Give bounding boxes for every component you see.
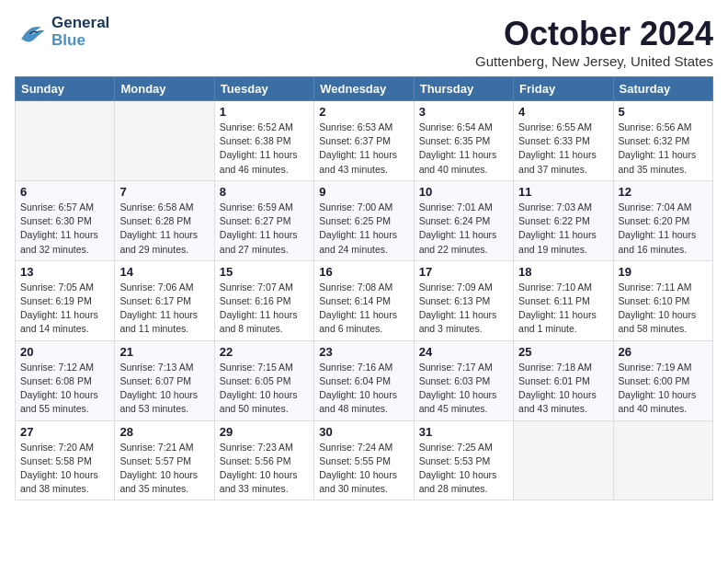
day-number: 11 <box>518 185 608 199</box>
day-number: 22 <box>220 345 309 359</box>
day-info: Sunrise: 7:05 AMSunset: 6:19 PMDaylight:… <box>20 281 109 337</box>
day-info: Sunrise: 7:25 AMSunset: 5:53 PMDaylight:… <box>419 441 508 497</box>
calendar-cell: 5Sunrise: 6:56 AMSunset: 6:32 PMDaylight… <box>613 101 712 181</box>
header: General Blue October 2024 Guttenberg, Ne… <box>15 15 713 69</box>
calendar-cell: 25Sunrise: 7:18 AMSunset: 6:01 PMDayligh… <box>514 340 613 420</box>
header-sunday: Sunday <box>16 77 115 101</box>
calendar-cell <box>115 101 214 181</box>
day-number: 19 <box>619 265 708 279</box>
location: Guttenberg, New Jersey, United States <box>475 53 713 69</box>
day-info: Sunrise: 7:10 AMSunset: 6:11 PMDaylight:… <box>518 281 608 337</box>
day-info: Sunrise: 7:24 AMSunset: 5:55 PMDaylight:… <box>319 441 408 497</box>
day-number: 3 <box>419 105 508 119</box>
day-info: Sunrise: 7:18 AMSunset: 6:01 PMDaylight:… <box>518 361 608 417</box>
calendar-cell: 23Sunrise: 7:16 AMSunset: 6:04 PMDayligh… <box>314 340 414 420</box>
logo-general: General <box>51 15 109 32</box>
calendar-cell: 1Sunrise: 6:52 AMSunset: 6:38 PMDaylight… <box>214 101 313 181</box>
logo-blue: Blue <box>51 32 109 50</box>
day-number: 7 <box>119 185 209 199</box>
calendar-cell: 19Sunrise: 7:11 AMSunset: 6:10 PMDayligh… <box>613 260 712 340</box>
month-title: October 2024 <box>475 15 713 53</box>
calendar-cell: 21Sunrise: 7:13 AMSunset: 6:07 PMDayligh… <box>115 340 214 420</box>
day-number: 5 <box>619 105 708 119</box>
calendar-cell: 18Sunrise: 7:10 AMSunset: 6:11 PMDayligh… <box>514 260 613 340</box>
day-number: 16 <box>319 265 408 279</box>
calendar-cell: 14Sunrise: 7:06 AMSunset: 6:17 PMDayligh… <box>115 260 214 340</box>
day-info: Sunrise: 6:59 AMSunset: 6:27 PMDaylight:… <box>220 201 309 257</box>
calendar-cell: 29Sunrise: 7:23 AMSunset: 5:56 PMDayligh… <box>214 420 313 500</box>
day-number: 12 <box>619 185 708 199</box>
calendar-cell: 24Sunrise: 7:17 AMSunset: 6:03 PMDayligh… <box>414 340 513 420</box>
calendar-week-2: 6Sunrise: 6:57 AMSunset: 6:30 PMDaylight… <box>16 180 713 260</box>
day-info: Sunrise: 6:56 AMSunset: 6:32 PMDaylight:… <box>619 121 708 177</box>
header-tuesday: Tuesday <box>214 77 313 101</box>
calendar-cell: 7Sunrise: 6:58 AMSunset: 6:28 PMDaylight… <box>115 180 214 260</box>
day-number: 20 <box>20 345 109 359</box>
day-info: Sunrise: 7:20 AMSunset: 5:58 PMDaylight:… <box>20 441 109 497</box>
day-number: 10 <box>419 185 508 199</box>
day-info: Sunrise: 7:06 AMSunset: 6:17 PMDaylight:… <box>119 281 209 337</box>
day-info: Sunrise: 7:04 AMSunset: 6:20 PMDaylight:… <box>619 201 708 257</box>
day-number: 21 <box>119 345 209 359</box>
header-monday: Monday <box>115 77 214 101</box>
day-info: Sunrise: 7:07 AMSunset: 6:16 PMDaylight:… <box>220 281 309 337</box>
day-info: Sunrise: 7:09 AMSunset: 6:13 PMDaylight:… <box>419 281 508 337</box>
day-info: Sunrise: 7:00 AMSunset: 6:25 PMDaylight:… <box>319 201 408 257</box>
calendar-week-1: 1Sunrise: 6:52 AMSunset: 6:38 PMDaylight… <box>16 101 713 181</box>
day-number: 8 <box>220 185 309 199</box>
day-info: Sunrise: 7:08 AMSunset: 6:14 PMDaylight:… <box>319 281 408 337</box>
day-number: 14 <box>119 265 209 279</box>
calendar-cell: 13Sunrise: 7:05 AMSunset: 6:19 PMDayligh… <box>16 260 115 340</box>
day-info: Sunrise: 6:58 AMSunset: 6:28 PMDaylight:… <box>119 201 209 257</box>
calendar-cell: 12Sunrise: 7:04 AMSunset: 6:20 PMDayligh… <box>613 180 712 260</box>
day-info: Sunrise: 7:11 AMSunset: 6:10 PMDaylight:… <box>619 281 708 337</box>
calendar-cell: 3Sunrise: 6:54 AMSunset: 6:35 PMDaylight… <box>414 101 513 181</box>
header-friday: Friday <box>514 77 613 101</box>
calendar-cell: 30Sunrise: 7:24 AMSunset: 5:55 PMDayligh… <box>314 420 414 500</box>
page-container: General Blue October 2024 Guttenberg, Ne… <box>0 0 728 508</box>
calendar-cell: 2Sunrise: 6:53 AMSunset: 6:37 PMDaylight… <box>314 101 414 181</box>
day-number: 30 <box>319 425 408 439</box>
day-number: 9 <box>319 185 408 199</box>
day-info: Sunrise: 7:21 AMSunset: 5:57 PMDaylight:… <box>119 441 209 497</box>
day-number: 6 <box>20 185 109 199</box>
day-info: Sunrise: 6:55 AMSunset: 6:33 PMDaylight:… <box>518 121 608 177</box>
logo-text: General Blue <box>51 15 109 49</box>
day-number: 2 <box>319 105 408 119</box>
title-block: October 2024 Guttenberg, New Jersey, Uni… <box>475 15 713 69</box>
calendar-cell <box>514 420 613 500</box>
calendar-week-4: 20Sunrise: 7:12 AMSunset: 6:08 PMDayligh… <box>16 340 713 420</box>
day-number: 29 <box>220 425 309 439</box>
calendar-cell: 9Sunrise: 7:00 AMSunset: 6:25 PMDaylight… <box>314 180 414 260</box>
day-number: 27 <box>20 425 109 439</box>
day-info: Sunrise: 7:15 AMSunset: 6:05 PMDaylight:… <box>220 361 309 417</box>
calendar-cell: 27Sunrise: 7:20 AMSunset: 5:58 PMDayligh… <box>16 420 115 500</box>
day-info: Sunrise: 7:17 AMSunset: 6:03 PMDaylight:… <box>419 361 508 417</box>
calendar-cell: 10Sunrise: 7:01 AMSunset: 6:24 PMDayligh… <box>414 180 513 260</box>
calendar-cell <box>16 101 115 181</box>
day-number: 15 <box>220 265 309 279</box>
calendar-cell: 8Sunrise: 6:59 AMSunset: 6:27 PMDaylight… <box>214 180 313 260</box>
day-info: Sunrise: 7:19 AMSunset: 6:00 PMDaylight:… <box>619 361 708 417</box>
calendar-cell: 15Sunrise: 7:07 AMSunset: 6:16 PMDayligh… <box>214 260 313 340</box>
day-number: 13 <box>20 265 109 279</box>
calendar-cell <box>613 420 712 500</box>
day-number: 31 <box>419 425 508 439</box>
logo-bird-icon <box>15 16 48 49</box>
day-info: Sunrise: 6:53 AMSunset: 6:37 PMDaylight:… <box>319 121 408 177</box>
day-info: Sunrise: 7:03 AMSunset: 6:22 PMDaylight:… <box>518 201 608 257</box>
day-number: 24 <box>419 345 508 359</box>
day-info: Sunrise: 6:57 AMSunset: 6:30 PMDaylight:… <box>20 201 109 257</box>
calendar-cell: 17Sunrise: 7:09 AMSunset: 6:13 PMDayligh… <box>414 260 513 340</box>
calendar-week-3: 13Sunrise: 7:05 AMSunset: 6:19 PMDayligh… <box>16 260 713 340</box>
day-number: 1 <box>220 105 309 119</box>
calendar-cell: 31Sunrise: 7:25 AMSunset: 5:53 PMDayligh… <box>414 420 513 500</box>
day-number: 18 <box>518 265 608 279</box>
calendar-cell: 26Sunrise: 7:19 AMSunset: 6:00 PMDayligh… <box>613 340 712 420</box>
day-info: Sunrise: 7:23 AMSunset: 5:56 PMDaylight:… <box>220 441 309 497</box>
calendar-cell: 28Sunrise: 7:21 AMSunset: 5:57 PMDayligh… <box>115 420 214 500</box>
calendar-cell: 6Sunrise: 6:57 AMSunset: 6:30 PMDaylight… <box>16 180 115 260</box>
day-info: Sunrise: 7:13 AMSunset: 6:07 PMDaylight:… <box>119 361 209 417</box>
day-number: 4 <box>518 105 608 119</box>
calendar-cell: 11Sunrise: 7:03 AMSunset: 6:22 PMDayligh… <box>514 180 613 260</box>
